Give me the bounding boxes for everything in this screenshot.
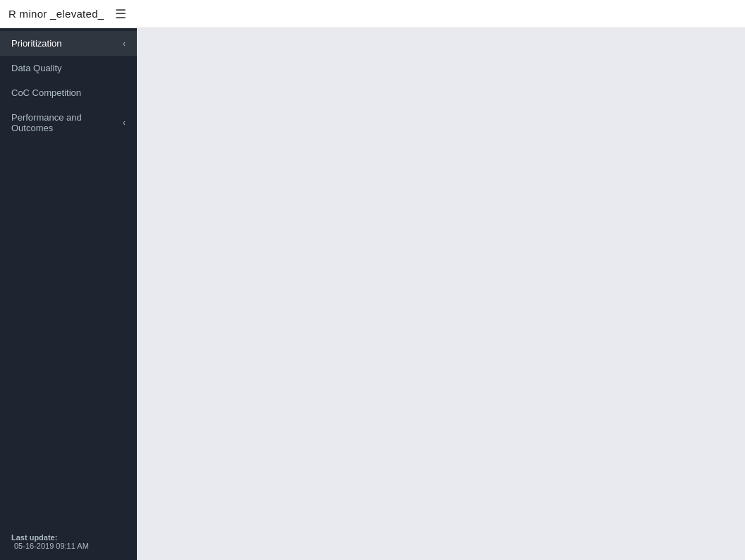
sidebar-item-label: Prioritization [11, 38, 120, 49]
app-header: R minor _elevated_ ☰ [0, 0, 745, 28]
sidebar-item-label: Data Quality [11, 63, 126, 73]
chevron-left-icon: ‹ [123, 39, 126, 49]
main-layout: Prioritization ‹ Data Quality CoC Compet… [0, 28, 745, 560]
sidebar-item-coc-competition[interactable]: CoC Competition [0, 80, 137, 105]
sidebar-item-prioritization[interactable]: Prioritization ‹ [0, 31, 137, 56]
chevron-left-icon: ‹ [123, 118, 126, 128]
last-update-label: Last update: [11, 533, 57, 542]
sidebar-item-label: CoC Competition [11, 87, 126, 98]
last-update-row: Last update: 05-16-2019 09:11 AM [11, 533, 126, 550]
hamburger-icon[interactable]: ☰ [115, 8, 126, 20]
last-update-value: 05-16-2019 09:11 AM [14, 542, 89, 550]
sidebar-item-performance-and-outcomes[interactable]: Performance and Outcomes ‹ [0, 105, 137, 140]
sidebar-item-data-quality[interactable]: Data Quality [0, 56, 137, 80]
sidebar-nav: Prioritization ‹ Data Quality CoC Compet… [0, 28, 137, 523]
sidebar: Prioritization ‹ Data Quality CoC Compet… [0, 28, 137, 560]
app-title: R minor _elevated_ [8, 8, 104, 20]
sidebar-item-label: Performance and Outcomes [11, 112, 120, 133]
sidebar-footer: Last update: 05-16-2019 09:11 AM [0, 523, 137, 560]
main-content [137, 28, 745, 560]
